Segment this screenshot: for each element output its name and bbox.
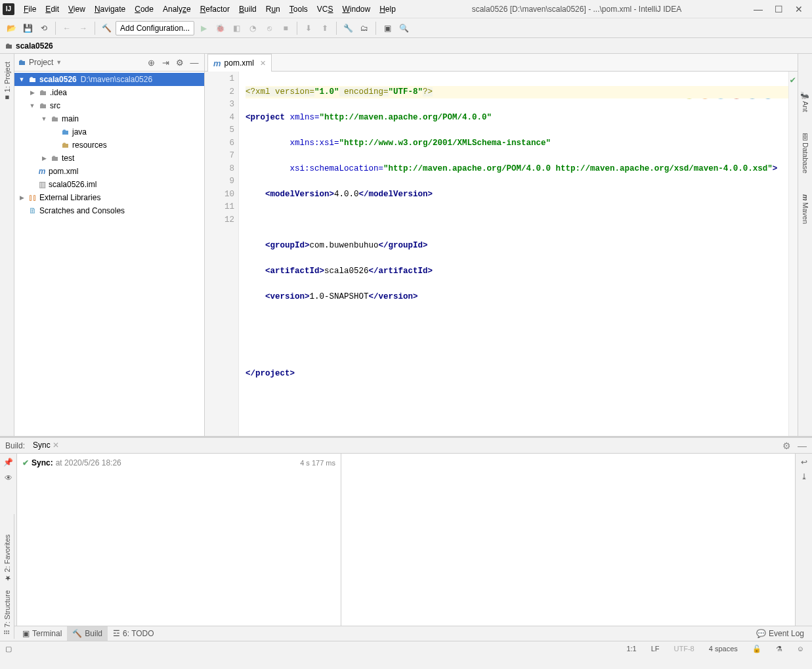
attach-icon[interactable]: ⎋ — [262, 21, 276, 35]
toolwindow-structure-tab[interactable]: ⠿7: Structure — [1, 586, 12, 639]
vcs-commit-icon[interactable]: ⬆ — [318, 21, 332, 35]
bottom-tool-strip: ▣Terminal 🔨Build ☲6: TODO 💬Event Log — [0, 626, 812, 641]
toolwindow-ant-tab[interactable]: 🐜Ant — [800, 87, 811, 116]
menu-edit[interactable]: Edit — [41, 3, 63, 15]
toolwindow-eventlog-tab[interactable]: 💬Event Log — [751, 626, 809, 641]
hide-panel-icon[interactable]: — — [188, 56, 200, 68]
toolwindow-todo-tab[interactable]: ☲6: TODO — [108, 626, 160, 641]
tree-src[interactable]: ▼🖿src — [14, 99, 204, 112]
menu-view[interactable]: View — [64, 3, 89, 15]
back-icon[interactable]: ← — [60, 21, 74, 35]
chevron-down-icon[interactable]: ▼ — [56, 59, 62, 66]
flatten-icon[interactable]: ⇥ — [160, 56, 171, 68]
menu-vcs[interactable]: VCS — [313, 3, 337, 15]
line-ending[interactable]: LF — [649, 645, 662, 653]
run-config-combo[interactable]: Add Configuration... — [116, 21, 194, 35]
inspection-ok-icon[interactable]: ✔ — [790, 74, 796, 85]
toolwindow-database-tab[interactable]: 🗄Database — [800, 129, 811, 177]
editor-tab-label: pom.xml — [224, 58, 254, 68]
sdk-icon[interactable]: ▣ — [380, 21, 395, 35]
folder-icon: 🖿 — [5, 41, 13, 51]
tree-main[interactable]: ▼🖿main — [14, 112, 204, 125]
toolwindow-favorites-tab[interactable]: ★2: Favorites — [1, 530, 12, 586]
open-icon[interactable]: 📂 — [4, 21, 18, 35]
tree-idea[interactable]: ▶🖿.idea — [14, 86, 204, 99]
window-minimize-button[interactable]: — — [754, 4, 763, 14]
close-icon[interactable]: ✕ — [53, 441, 59, 450]
tree-external[interactable]: ▶⫿⫿External Libraries — [14, 191, 204, 204]
toolwindow-build-tab[interactable]: 🔨Build — [67, 626, 108, 641]
readonly-lock-icon[interactable]: 🔓 — [750, 645, 764, 653]
build-settings-icon[interactable]: ⚙ — [782, 441, 791, 451]
check-icon: ✔ — [22, 458, 29, 467]
coverage-icon[interactable]: ◧ — [229, 21, 244, 35]
menu-help[interactable]: Help — [375, 3, 400, 15]
menu-run[interactable]: Run — [262, 3, 284, 15]
toolwindow-project-tab[interactable]: ■1: Project — [2, 58, 12, 106]
menu-analyze[interactable]: Analyze — [159, 3, 195, 15]
menu-refactor[interactable]: Refactor — [196, 3, 234, 15]
window-close-button[interactable]: ✕ — [795, 4, 803, 14]
toolwindow-maven-tab[interactable]: mMaven — [800, 190, 811, 228]
caret-position[interactable]: 1:1 — [624, 645, 639, 653]
toolwindow-terminal-tab[interactable]: ▣Terminal — [17, 626, 67, 641]
tree-scratches[interactable]: 🗎Scratches and Consoles — [14, 204, 204, 217]
save-icon[interactable]: 💾 — [20, 21, 35, 35]
breadcrumb-root[interactable]: scala0526 — [16, 41, 53, 51]
run-icon[interactable]: ▶ — [196, 21, 211, 35]
build-detail — [341, 454, 795, 626]
status-bar: ▢ 1:1 LF UTF-8 4 spaces 🔓 ⚗ ☺ — [0, 641, 812, 656]
build-tree-row[interactable]: ✔ Sync: at 2020/5/26 18:26 4 s 177 ms — [22, 456, 335, 469]
project-panel: 🖿 Project ▼ ⊕ ⇥ ⚙ — ▼🖿 scala0526D:\maven… — [14, 54, 205, 436]
navigation-bar: 🖿 scala0526 — [0, 38, 812, 54]
build-hide-icon[interactable]: — — [798, 441, 807, 451]
window-maximize-button[interactable]: ☐ — [775, 4, 783, 14]
left-tool-strip-bottom: ⠿7: Structure ★2: Favorites — [0, 514, 14, 639]
build-icon[interactable]: 🔨 — [99, 21, 114, 35]
scroll-end-icon[interactable]: ⤓ — [801, 472, 807, 481]
tree-resources[interactable]: 🖿resources — [14, 139, 204, 152]
tree-pom[interactable]: mpom.xml — [14, 165, 204, 178]
project-view-icon: 🖿 — [18, 58, 26, 67]
file-encoding[interactable]: UTF-8 — [672, 645, 697, 653]
project-structure-icon[interactable]: 🗂 — [357, 21, 372, 35]
pin-icon[interactable]: 📌 — [3, 458, 13, 467]
menu-navigate[interactable]: Navigate — [91, 3, 129, 15]
memory-icon[interactable]: ⚗ — [773, 645, 785, 653]
tree-java[interactable]: 🖿java — [14, 125, 204, 139]
menu-build[interactable]: Build — [235, 3, 261, 15]
tree-iml[interactable]: ▥scala0526.iml — [14, 178, 204, 191]
panel-settings-icon[interactable]: ⚙ — [174, 56, 186, 68]
locate-icon[interactable]: ⊕ — [145, 56, 157, 68]
menu-tools[interactable]: Tools — [286, 3, 312, 15]
build-sync-tab[interactable]: Sync ✕ — [32, 439, 60, 452]
stop-icon[interactable]: ■ — [278, 21, 293, 35]
refresh-icon[interactable]: ⟲ — [37, 21, 51, 35]
tree-test[interactable]: ▶🖿test — [14, 152, 204, 165]
profile-icon[interactable]: ◔ — [246, 21, 260, 35]
project-panel-title[interactable]: Project — [29, 58, 53, 67]
vcs-update-icon[interactable]: ⬇ — [301, 21, 316, 35]
run-config-label: Add Configuration... — [120, 24, 190, 33]
forward-icon[interactable]: → — [76, 21, 91, 35]
toolwindows-toggle-icon[interactable]: ▢ — [5, 645, 12, 653]
menu-file[interactable]: File — [20, 3, 40, 15]
build-tree[interactable]: ✔ Sync: at 2020/5/26 18:26 4 s 177 ms — [17, 454, 341, 626]
eye-icon[interactable]: 👁 — [5, 473, 12, 483]
inspector-icon[interactable]: ☺ — [794, 645, 807, 653]
code-content[interactable]: <?xml version="1.0" encoding="UTF-8"?> <… — [239, 72, 788, 436]
app-icon: IJ — [3, 3, 14, 15]
indent-setting[interactable]: 4 spaces — [706, 645, 740, 653]
editor-tab-pom[interactable]: m pom.xml ✕ — [207, 54, 272, 72]
search-icon[interactable]: 🔍 — [396, 21, 411, 35]
settings-icon[interactable]: 🔧 — [341, 21, 355, 35]
editor-body[interactable]: ✔ 123456789101112 <?xml version="1.0" en… — [205, 72, 798, 436]
error-stripe[interactable] — [788, 72, 798, 436]
soft-wrap-icon[interactable]: ↩ — [801, 458, 807, 467]
menu-window[interactable]: Window — [338, 3, 374, 15]
debug-icon[interactable]: 🐞 — [213, 21, 227, 35]
close-tab-icon[interactable]: ✕ — [260, 59, 266, 68]
project-tree[interactable]: ▼🖿 scala0526D:\maven\scala0526 ▶🖿.idea ▼… — [14, 72, 204, 436]
tree-root[interactable]: ▼🖿 scala0526D:\maven\scala0526 — [14, 73, 204, 86]
menu-code[interactable]: Code — [131, 3, 158, 15]
